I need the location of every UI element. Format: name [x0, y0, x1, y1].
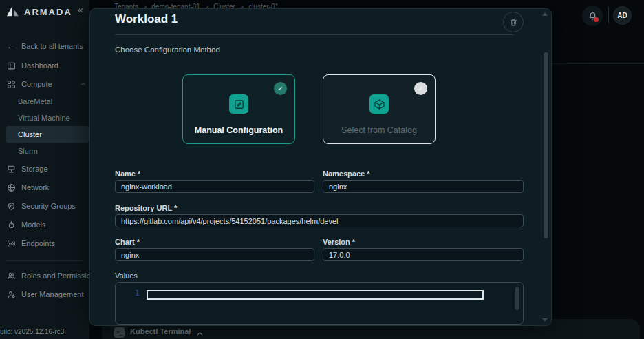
scrollbar-up-arrow[interactable] [542, 12, 548, 16]
card-label: Manual Configuration [183, 125, 294, 135]
repository-url-label: Repository URL * [115, 204, 177, 212]
sidebar-item-user-management[interactable]: User Management [0, 286, 89, 302]
sidebar-item-label: User Management [21, 290, 84, 298]
version-label: Version * [323, 238, 355, 246]
cube-icon [369, 94, 389, 114]
sidebar-item-label: Cluster [18, 130, 42, 138]
select-from-catalog-card[interactable]: ✓ Select from Catalog [323, 74, 436, 144]
header-vertical-divider [608, 7, 609, 23]
build-version: uild: v2025.12.16-rc3 [0, 328, 64, 336]
sidebar-item-label: Storage [21, 165, 48, 173]
user-gear-icon [6, 289, 16, 299]
shield-icon [6, 201, 16, 211]
sidebar-item-models[interactable]: Models [0, 216, 89, 233]
sidebar-item-network[interactable]: Network [0, 179, 89, 196]
sidebar-item-label: Models [21, 220, 45, 229]
notification-dot [594, 17, 599, 22]
sidebar-item-cluster[interactable]: Cluster [6, 126, 89, 143]
sidebar-item-label: Slurm [18, 147, 38, 155]
sidebar: ARMADA « ← Back to all tenants Dashboard… [0, 0, 89, 339]
flame-icon [6, 220, 16, 229]
version-input[interactable] [323, 248, 524, 261]
name-label: Name * [115, 170, 140, 178]
namespace-label: Namespace * [323, 170, 370, 178]
workload-dialog: Workload 1 Choose Configuration Method ✓… [89, 8, 552, 326]
chart-input[interactable] [115, 248, 314, 261]
storage-icon [6, 164, 16, 174]
sidebar-collapse-icon[interactable]: « [78, 4, 83, 15]
notifications-button[interactable] [582, 6, 603, 26]
terminal-icon: >_ [114, 327, 125, 338]
network-globe-icon [6, 183, 16, 192]
trash-icon [509, 18, 518, 27]
sidebar-item-label: Virtual Machine [18, 114, 70, 122]
manual-configuration-card[interactable]: ✓ Manual Configuration [182, 74, 295, 144]
sidebar-item-virtual-machine[interactable]: Virtual Machine [0, 110, 89, 126]
sail-logo-icon [6, 6, 20, 18]
sidebar-item-label: Compute [21, 80, 52, 88]
values-label: Values [115, 271, 138, 280]
sidebar-item-label: Security Groups [21, 202, 76, 210]
chart-label: Chart * [115, 238, 140, 246]
user-avatar[interactable]: AD [613, 6, 632, 25]
sidebar-item-roles-permissions[interactable]: Roles and Permissions [0, 267, 89, 284]
sidebar-item-compute[interactable]: Compute [0, 76, 89, 92]
sidebar-item-label: Network [21, 183, 49, 192]
chevron-up-icon[interactable] [196, 328, 204, 339]
back-arrow-icon: ← [6, 41, 16, 51]
sidebar-item-endpoints[interactable]: Endpoints [0, 235, 89, 251]
sidebar-item-back-to-tenants[interactable]: ← Back to all tenants [0, 38, 89, 54]
scrollbar-down-arrow[interactable] [542, 318, 548, 322]
users-icon [6, 271, 16, 280]
delete-workload-button[interactable] [503, 12, 524, 32]
broadcast-icon [6, 238, 16, 248]
dialog-title: Workload 1 [115, 12, 178, 26]
sidebar-item-baremetal[interactable]: BareMetal [0, 93, 89, 110]
card-label: Select from Catalog [323, 125, 435, 135]
sidebar-item-label: Back to all tenants [21, 42, 83, 50]
sidebar-item-dashboard[interactable]: Dashboard [0, 57, 89, 74]
app-root: { "colors": { "accent_teal": "#12a291", … [0, 0, 644, 339]
editor-selection-box [147, 290, 484, 300]
compute-icon [6, 79, 16, 89]
terminal-label: Kubectl Terminal [130, 327, 191, 336]
sidebar-item-security-groups[interactable]: Security Groups [0, 198, 89, 214]
editor-scrollbar[interactable] [515, 287, 519, 310]
name-input[interactable] [115, 180, 314, 193]
chevron-up-icon [80, 80, 86, 88]
sidebar-divider [6, 260, 84, 261]
logo-text: ARMADA [24, 7, 72, 17]
edit-pencil-icon [229, 94, 248, 114]
config-method-label: Choose Configuration Method [115, 45, 220, 54]
sidebar-item-label: Endpoints [21, 239, 55, 247]
dashboard-icon [6, 61, 16, 70]
namespace-input[interactable] [323, 180, 524, 193]
values-code-editor[interactable]: 1 [115, 282, 524, 325]
title-divider [115, 34, 514, 35]
modal-scrollbar[interactable] [544, 52, 548, 238]
sidebar-item-label: Dashboard [21, 61, 58, 70]
repository-url-input[interactable] [115, 214, 524, 227]
sidebar-item-label: Roles and Permissions [21, 271, 89, 280]
check-icon: ✓ [414, 82, 427, 95]
sidebar-item-storage[interactable]: Storage [0, 161, 89, 177]
editor-line-number: 1 [135, 289, 140, 298]
sidebar-item-slurm[interactable]: Slurm [0, 143, 89, 159]
sidebar-item-label: BareMetal [18, 97, 52, 105]
armada-logo: ARMADA [6, 6, 72, 18]
check-icon: ✓ [274, 82, 287, 95]
